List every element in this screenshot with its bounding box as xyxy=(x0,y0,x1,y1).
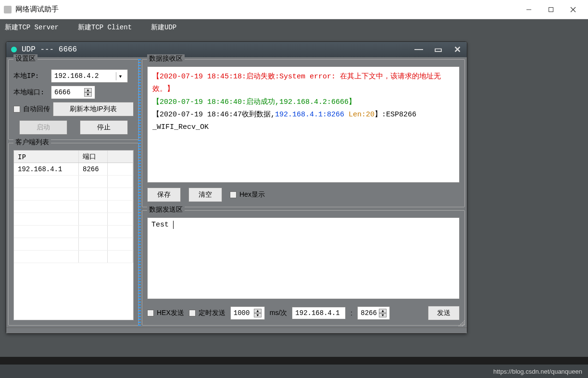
clear-button[interactable]: 清空 xyxy=(188,188,222,202)
send-textarea[interactable]: Test xyxy=(147,217,460,299)
interval-unit-label: ms/次 xyxy=(270,309,288,317)
send-title: 数据发送区 xyxy=(147,205,185,214)
footer-bar: https://blog.csdn.net/quanqueen xyxy=(0,365,588,378)
child-minimize-button[interactable]: — xyxy=(414,44,424,55)
table-row: . xyxy=(14,251,133,263)
save-button[interactable]: 保存 xyxy=(147,188,181,202)
auto-reply-checkbox[interactable] xyxy=(13,106,20,113)
udp-child-window: UDP --- 6666 — ▭ ✕ 设置区 本地IP: xyxy=(6,41,467,334)
auto-reply-label: 自动回传 xyxy=(23,105,50,113)
hex-send-label: HEX发送 xyxy=(157,309,184,317)
table-row: . xyxy=(14,188,133,201)
mdi-area: UDP --- 6666 — ▭ ✕ 设置区 本地IP: xyxy=(0,36,588,357)
start-button[interactable]: 启动 xyxy=(19,120,67,135)
port-up-icon[interactable]: ▲ xyxy=(84,88,92,92)
receive-group: 数据接收区 【2020-07-19 18:45:18:启动失败:System e… xyxy=(142,59,465,207)
local-port-spin[interactable]: 6666 ▲ ▼ xyxy=(51,86,95,99)
timed-send-checkbox[interactable] xyxy=(189,310,196,316)
interval-up-icon[interactable]: ▲ xyxy=(254,309,262,313)
child-title: UDP --- 6666 xyxy=(22,45,414,54)
connection-status-icon xyxy=(11,47,17,52)
child-close-button[interactable]: ✕ xyxy=(452,44,462,55)
local-ip-label: 本地IP: xyxy=(13,72,48,80)
menu-bar: 新建TCP Server 新建TCP Client 新建UDP xyxy=(0,19,588,36)
port-down-icon[interactable]: ▼ xyxy=(84,92,92,97)
table-row[interactable]: 192.168.4.1 8266 xyxy=(14,163,133,176)
col-ip-header[interactable]: IP xyxy=(14,151,79,163)
target-port-value: 8266 xyxy=(361,309,377,317)
app-icon xyxy=(4,6,12,13)
receive-textarea[interactable]: 【2020-07-19 18:45:18:启动失败:System error: … xyxy=(147,66,460,183)
splitter-handle[interactable] xyxy=(138,59,141,326)
receive-title: 数据接收区 xyxy=(147,54,185,63)
local-ip-combo[interactable]: 192.168.4.2 ▾ xyxy=(51,69,128,83)
table-row: . xyxy=(14,226,133,238)
child-maximize-button[interactable]: ▭ xyxy=(433,44,443,55)
maximize-button[interactable] xyxy=(540,1,562,18)
table-row: . xyxy=(14,201,133,213)
close-button[interactable] xyxy=(562,1,584,18)
local-ip-value: 192.168.4.2 xyxy=(54,72,116,80)
send-text-value: Test xyxy=(151,221,169,229)
local-port-value: 6666 xyxy=(54,88,82,96)
hex-display-label: Hex显示 xyxy=(239,190,265,199)
child-status-bar xyxy=(6,328,467,333)
client-list-title: 客户端列表 xyxy=(13,138,51,147)
chevron-down-icon[interactable]: ▾ xyxy=(116,72,125,80)
client-list-group: 客户端列表 IP 端口 192.168.4.1 8266 xyxy=(8,143,139,326)
client-port-cell: 8266 xyxy=(79,163,108,175)
outer-dark-strip xyxy=(0,357,588,365)
col-port-header[interactable]: 端口 xyxy=(79,151,108,163)
hex-send-checkbox[interactable] xyxy=(147,310,154,316)
recv-line-error: 【2020-07-19 18:45:18:启动失败:System error: … xyxy=(152,71,454,96)
interval-down-icon[interactable]: ▼ xyxy=(254,313,262,317)
interval-spin[interactable]: 1000 ▲ ▼ xyxy=(230,306,265,320)
child-title-bar[interactable]: UDP --- 6666 — ▭ ✕ xyxy=(6,42,467,57)
resize-grip-icon[interactable] xyxy=(458,320,465,327)
settings-title: 设置区 xyxy=(13,54,38,63)
local-port-label: 本地端口: xyxy=(13,88,48,97)
send-group: 数据发送区 Test HEX发送 定时发送 xyxy=(142,210,465,326)
settings-group: 设置区 本地IP: 192.168.4.2 ▾ 本地端口: 6666 xyxy=(8,59,139,140)
client-table[interactable]: IP 端口 192.168.4.1 8266 . . . xyxy=(13,150,134,320)
window-title: 网络调试助手 xyxy=(15,5,518,14)
col-blank-header xyxy=(108,151,133,163)
send-button[interactable]: 发送 xyxy=(428,306,460,320)
table-row: . xyxy=(14,213,133,226)
svg-rect-1 xyxy=(549,7,553,12)
table-row: . xyxy=(14,176,133,188)
refresh-ip-button[interactable]: 刷新本地IP列表 xyxy=(53,102,134,116)
target-ip-input[interactable]: 192.168.4.1 xyxy=(292,307,346,319)
target-port-spin[interactable]: 8266 ▲ ▼ xyxy=(357,306,390,320)
timed-send-label: 定时发送 xyxy=(199,309,225,317)
watermark-text: https://blog.csdn.net/quanqueen xyxy=(493,368,582,375)
client-ip-cell: 192.168.4.1 xyxy=(14,163,79,175)
hex-display-checkbox[interactable] xyxy=(230,191,237,198)
minimize-button[interactable] xyxy=(518,1,540,18)
target-port-up-icon[interactable]: ▲ xyxy=(379,309,387,313)
table-row: . xyxy=(14,238,133,251)
recv-line-payload: _WIFI_Recv_OK xyxy=(152,121,454,134)
menu-new-tcp-client[interactable]: 新建TCP Client xyxy=(78,23,132,32)
target-port-down-icon[interactable]: ▼ xyxy=(379,313,387,317)
window-title-bar: 网络调试助手 xyxy=(0,0,588,19)
interval-value: 1000 xyxy=(234,309,252,317)
port-separator: : xyxy=(350,309,352,317)
stop-button[interactable]: 停止 xyxy=(80,120,128,135)
recv-line-data: 【2020-07-19 18:46:47收到数据,192.168.4.1:826… xyxy=(152,109,454,121)
menu-new-tcp-server[interactable]: 新建TCP Server xyxy=(5,23,59,32)
menu-new-udp[interactable]: 新建UDP xyxy=(151,23,176,32)
recv-line-success: 【2020-07-19 18:46:40:启动成功,192.168.4.2:66… xyxy=(152,96,454,109)
